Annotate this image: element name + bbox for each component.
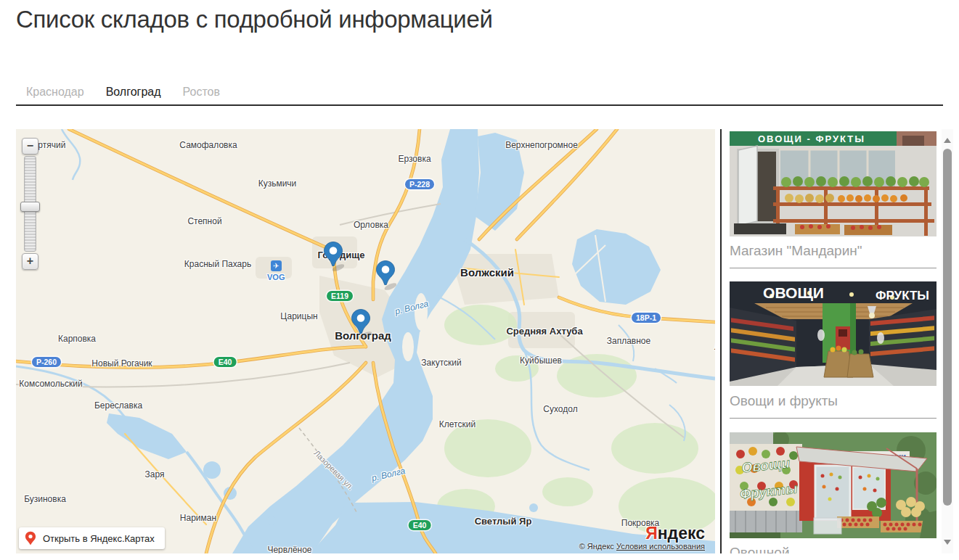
page-title: Список складов с подробной информацией [16,6,493,33]
zoom-in-button[interactable]: + [22,253,38,270]
list-separator [730,418,936,419]
sidebar-scrollbar[interactable] [942,129,953,553]
svg-text:ОВОЩИ: ОВОЩИ [763,284,824,301]
open-in-yandex-maps-button[interactable]: Открыть в Яндекс.Картах [19,527,165,549]
tab-rostov[interactable]: Ростов [183,86,220,99]
zoom-slider-track[interactable] [24,156,36,252]
scroll-down-arrow-icon[interactable] [944,540,951,545]
shop-caption: Овощи и фрукты [730,393,936,409]
kiosk-photo: Овощи Фрукты овощи [730,432,936,538]
shop-photo-supermarket[interactable]: ОВОЩИ ФРУКТЫ [730,281,936,387]
road-badge: 18Р-1 [632,313,661,323]
shop-caption: Магазин "Мандарин" [730,243,936,259]
map-pin[interactable] [350,308,372,340]
road-badge: Е119 [327,291,353,301]
open-maps-label: Открыть в Яндекс.Картах [43,533,155,544]
shop-photo-mandarin[interactable]: ОВОЩИ - ФРУКТЫ [730,131,936,236]
scroll-up-arrow-icon[interactable] [944,138,951,143]
city-tabs: Краснодар Волгоград Ростов [26,86,220,99]
map-pin[interactable] [375,260,396,292]
scrollbar-thumb[interactable] [943,149,952,506]
list-item: ОВОЩИ - ФРУКТЫ Магазин "Мандарин" [730,131,936,268]
svg-text:ФРУКТЫ: ФРУКТЫ [876,289,929,302]
tabs-underline [16,104,943,106]
copyright-text: © Яндекс [579,542,614,551]
svg-text:ОВОЩИ - ФРУКТЫ: ОВОЩИ - ФРУКТЫ [758,133,865,144]
supermarket-photo: ОВОЩИ ФРУКТЫ [730,281,936,386]
storefront-photo: ОВОЩИ - ФРУКТЫ [730,131,936,236]
yandex-logo[interactable]: Яндекс [579,524,705,542]
yandex-map[interactable]: ВертячийСамофаловкаЕрзовкаВерхнепогромно… [16,129,715,553]
map-canvas [16,129,715,553]
road-badge: Р-260 [32,357,61,367]
road-badge: Е40 [214,357,237,367]
yandex-pin-icon [25,531,36,545]
road-badge: Р-228 [405,179,434,189]
road-badge: Е40 [409,520,431,530]
list-item: ОВОЩИ ФРУКТЫ Овощи и фрукты [730,281,936,419]
tab-krasnodar[interactable]: Краснодар [26,86,84,99]
zoom-out-button[interactable]: − [22,138,38,155]
shops-list: ОВОЩИ - ФРУКТЫ Магазин "Мандарин" [730,129,936,553]
map-pin[interactable] [322,241,344,273]
tab-volgograd[interactable]: Волгоград [106,86,161,99]
map-zoom-control: − + [20,138,42,270]
zoom-slider-thumb[interactable] [20,202,40,212]
list-separator [730,268,936,268]
shop-caption: Овощной [730,545,936,553]
list-item: Овощи Фрукты овощи [730,432,936,553]
sidebar-divider [720,129,722,553]
map-attribution: Яндекс © Яндекс Условия использования [579,524,705,551]
terms-link[interactable]: Условия использования [616,542,705,551]
shop-photo-kiosk[interactable]: Овощи Фрукты овощи [730,432,936,538]
